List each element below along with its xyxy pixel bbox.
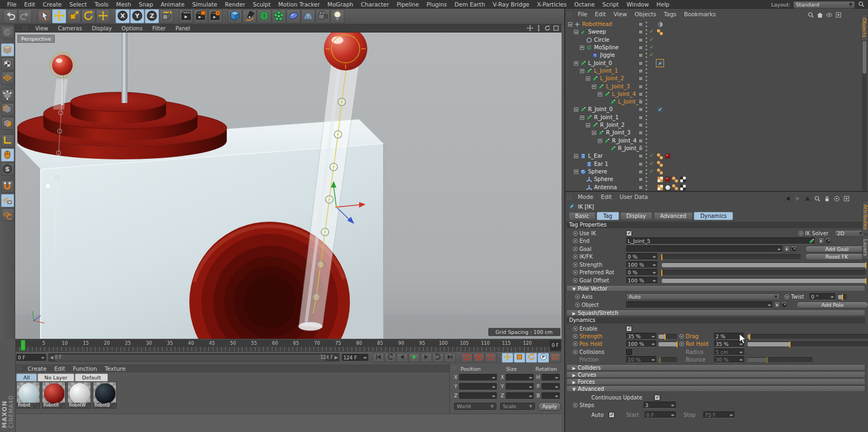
expander-icon[interactable] (574, 154, 578, 158)
om-menu-file[interactable]: File (574, 11, 591, 17)
slider[interactable] (662, 261, 866, 268)
enabled-check-icon[interactable]: ✓ (649, 51, 654, 57)
material-menu-texture[interactable]: Texture (101, 365, 129, 372)
layer-box[interactable] (639, 139, 643, 143)
menu-v-ray-bridge[interactable]: V-Ray Bridge (489, 1, 533, 8)
uvw-checker-icon[interactable] (656, 176, 663, 183)
value-field[interactable]: 3 (643, 402, 676, 409)
reset-fk-button[interactable]: Reset FK (805, 253, 868, 260)
expander-icon[interactable] (580, 115, 584, 120)
subdivision-surface-button[interactable] (257, 9, 271, 23)
phong-tag-icon[interactable] (656, 153, 663, 160)
prev-key-button[interactable] (385, 353, 396, 363)
expander-icon[interactable] (568, 22, 572, 27)
object-row-l-joint-0[interactable]: L_Joint_0 (565, 60, 861, 67)
record-circle-icon[interactable] (573, 341, 578, 346)
pos-field[interactable] (459, 383, 497, 390)
material-tab-no-layer[interactable]: No Layer (37, 373, 74, 382)
spinner-icon[interactable] (652, 254, 656, 260)
menu-sculpt[interactable]: Sculpt (249, 1, 275, 8)
value-field[interactable]: 100 % (626, 340, 656, 347)
prev-frame-button[interactable] (397, 353, 408, 363)
menu-snap[interactable]: Snap (135, 1, 157, 8)
object-row-r-joint-5[interactable]: R_Joint_5 (565, 145, 861, 152)
mat-red-icon[interactable] (664, 153, 671, 160)
kf-rotation-button[interactable] (526, 353, 537, 363)
object-row-jiggle[interactable]: Jiggle✓ (565, 51, 861, 59)
expander-icon[interactable] (586, 123, 590, 127)
timeline-ruler[interactable]: 0510152025303540455055606570758085909510… (15, 340, 550, 347)
object-row-circle[interactable]: Circle✓ (565, 36, 861, 44)
tag-ik-icon[interactable] (656, 60, 663, 67)
size-field[interactable] (506, 383, 534, 390)
menu-help[interactable]: Help (653, 1, 673, 8)
viewport-menu-filter[interactable]: Filter (148, 25, 171, 31)
layer-box[interactable] (639, 170, 643, 174)
object-row-sphere[interactable]: Sphere✓ (565, 168, 861, 176)
record-circle-icon[interactable] (799, 231, 803, 236)
value-field[interactable] (626, 246, 782, 253)
object-row-robothead[interactable]: RobotHead (565, 21, 861, 28)
record-circle-icon[interactable] (575, 294, 580, 299)
layer-box[interactable] (639, 162, 643, 166)
visibility-dots[interactable] (646, 153, 647, 159)
tag-ik-icon[interactable] (656, 106, 663, 113)
panel-grip[interactable] (17, 366, 22, 371)
spinner-icon[interactable] (671, 403, 674, 408)
slider[interactable] (748, 340, 868, 347)
layer-box[interactable] (639, 177, 643, 182)
record-circle-icon[interactable] (679, 334, 684, 339)
spinner-icon[interactable] (652, 270, 656, 275)
record-circle-icon[interactable] (679, 341, 684, 346)
layer-box[interactable] (639, 100, 643, 104)
expander-icon[interactable] (598, 92, 602, 96)
auto-checkbox[interactable] (609, 412, 615, 418)
layer-box[interactable] (639, 69, 643, 73)
dropdown[interactable]: Auto▼ (626, 293, 780, 300)
pan-view-icon[interactable] (526, 24, 533, 31)
slider[interactable] (662, 253, 801, 260)
section-dynamics[interactable]: Dynamics (566, 317, 865, 324)
spinner-icon[interactable] (830, 294, 834, 300)
value-field[interactable]: L_Joint_5 (626, 237, 815, 244)
layer-box[interactable] (639, 46, 643, 50)
expander-icon[interactable] (580, 69, 584, 73)
continuous_update-checkbox[interactable] (654, 395, 660, 401)
3d-viewport[interactable]: Grid Spacing : 100 cm (15, 33, 561, 339)
lock-x-button[interactable]: X (116, 9, 130, 23)
visibility-dots[interactable] (646, 115, 647, 120)
material-menu-function[interactable]: Function (69, 365, 101, 372)
menu-x-particles[interactable]: X-Particles (533, 1, 571, 8)
phong-tag-icon[interactable] (672, 184, 679, 191)
expander-icon[interactable] (586, 76, 590, 81)
enabled-check-icon[interactable]: ✓ (649, 152, 654, 158)
phong-tag-icon[interactable] (672, 176, 679, 183)
material-robot[interactable]: Robot (16, 382, 40, 409)
rot-field[interactable] (541, 383, 560, 390)
enabled-check-icon[interactable]: ✓ (649, 44, 654, 50)
keyframe-selection-button[interactable]: ? (485, 353, 496, 363)
menu-edit[interactable]: Edit (21, 1, 39, 8)
visibility-dots[interactable] (646, 37, 647, 43)
enable-checkbox[interactable] (626, 326, 632, 332)
kf-parameter-button[interactable]: P (538, 353, 549, 363)
object-row-r-joint-3[interactable]: R_Joint_3 (565, 129, 861, 137)
visibility-dots[interactable] (646, 22, 647, 27)
rotate-button[interactable] (81, 9, 95, 23)
expand-arrow-button[interactable] (818, 237, 824, 244)
snap-toggle-button[interactable]: S (1, 163, 14, 176)
value-field[interactable]: 10 % (626, 356, 656, 363)
array-button[interactable] (272, 9, 286, 23)
tweak-mode-button[interactable] (1, 149, 14, 162)
slider[interactable] (662, 277, 866, 284)
undo-button[interactable] (3, 9, 17, 23)
layer-box[interactable] (639, 76, 643, 81)
layer-box[interactable] (639, 92, 643, 96)
dropdown[interactable]: 2D▼ (834, 230, 865, 237)
world-dropdown[interactable]: World▼ (454, 403, 496, 410)
material-robotw[interactable]: RobotW (67, 382, 91, 409)
menu-animate[interactable]: Animate (157, 1, 188, 8)
coord-system-button[interactable] (159, 9, 174, 23)
workplane-lock-button[interactable] (1, 194, 14, 207)
expander-icon[interactable] (580, 46, 584, 50)
